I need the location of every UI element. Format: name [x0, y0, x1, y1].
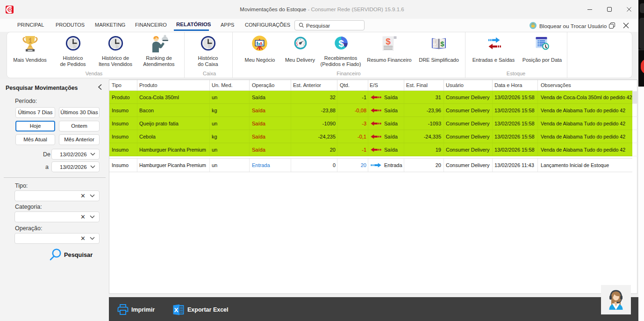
svg-text:$: $ [386, 36, 391, 46]
svg-text:$: $ [440, 40, 444, 48]
svg-text:X: X [174, 306, 178, 314]
svg-text:$: $ [338, 38, 344, 49]
